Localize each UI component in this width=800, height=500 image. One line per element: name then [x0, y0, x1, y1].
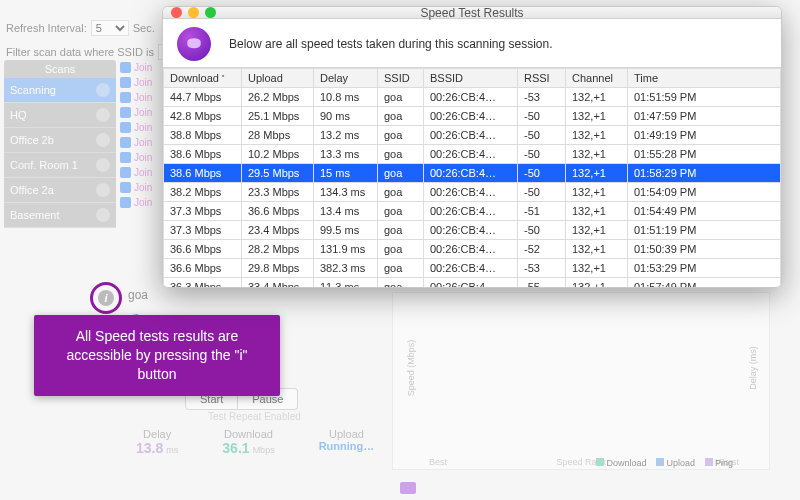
table-row[interactable]: 42.8 Mbps25.1 Mbps90 msgoa00:26:CB:4…-50… [164, 107, 781, 126]
window-title: Speed Test Results [163, 6, 781, 20]
cell-rssi: -51 [518, 202, 566, 221]
refresh-select[interactable]: 5 [91, 20, 129, 36]
cell-ssid: goa [378, 202, 424, 221]
table-row[interactable]: 37.3 Mbps36.6 Mbps13.4 msgoa00:26:CB:4…-… [164, 202, 781, 221]
remove-scan-icon[interactable] [96, 208, 110, 222]
join-link[interactable]: Join [134, 197, 152, 208]
cell-time: 01:58:29 PM [628, 164, 781, 183]
test-repeat-label: Test Repeat Enabled [208, 411, 301, 422]
col-header[interactable]: RSSI [518, 69, 566, 88]
cell-delay: 10.8 ms [314, 88, 378, 107]
join-link[interactable]: Join [134, 62, 152, 73]
col-header[interactable]: BSSID [424, 69, 518, 88]
remove-scan-icon[interactable] [96, 133, 110, 147]
cell-rssi: -50 [518, 221, 566, 240]
cell-channel: 132,+1 [566, 183, 628, 202]
cell-download: 38.6 Mbps [164, 145, 242, 164]
join-link[interactable]: Join [134, 77, 152, 88]
checkbox-icon[interactable] [120, 62, 131, 73]
table-row[interactable]: 38.6 Mbps29.5 Mbps15 msgoa00:26:CB:4…-50… [164, 164, 781, 183]
cell-time: 01:55:28 PM [628, 145, 781, 164]
cell-upload: 28.2 Mbps [242, 240, 314, 259]
table-row[interactable]: 36.3 Mbps33.4 Mbps11.3 msgoa00:26:CB:4…-… [164, 278, 781, 289]
scan-item[interactable]: Office 2a [4, 178, 116, 203]
titlebar[interactable]: Speed Test Results [163, 7, 781, 19]
table-row[interactable]: 44.7 Mbps26.2 Mbps10.8 msgoa00:26:CB:4…-… [164, 88, 781, 107]
cell-download: 38.8 Mbps [164, 126, 242, 145]
scan-item[interactable]: Basement [4, 203, 116, 228]
join-link[interactable]: Join [134, 92, 152, 103]
cell-channel: 132,+1 [566, 240, 628, 259]
remove-scan-icon[interactable] [96, 183, 110, 197]
checkbox-icon[interactable] [120, 107, 131, 118]
metrics: Delay13.8 ms Download36.1 Mbps UploadRun… [136, 428, 374, 456]
cell-rssi: -50 [518, 183, 566, 202]
remove-scan-icon[interactable] [96, 108, 110, 122]
col-header[interactable]: Delay [314, 69, 378, 88]
cell-bssid: 00:26:CB:4… [424, 88, 518, 107]
col-header[interactable]: SSID [378, 69, 424, 88]
scan-item[interactable]: Scanning [4, 78, 116, 103]
scan-item[interactable]: HQ [4, 103, 116, 128]
cell-ssid: goa [378, 164, 424, 183]
scan-list: Scans ScanningHQOffice 2bConf. Room 1Off… [4, 60, 116, 228]
cell-upload: 10.2 Mbps [242, 145, 314, 164]
join-link[interactable]: Join [134, 122, 152, 133]
table-row[interactable]: 38.8 Mbps28 Mbps13.2 msgoa00:26:CB:4…-50… [164, 126, 781, 145]
speed-chart: Speed (Mbps) Delay (ms) Best Speed Rank … [392, 292, 770, 470]
col-header[interactable]: Upload [242, 69, 314, 88]
cell-upload: 33.4 Mbps [242, 278, 314, 289]
col-header[interactable]: Time [628, 69, 781, 88]
cell-ssid: goa [378, 88, 424, 107]
scan-item[interactable]: Conf. Room 1 [4, 153, 116, 178]
checkbox-icon[interactable] [120, 77, 131, 88]
scan-item[interactable]: Office 2b [4, 128, 116, 153]
join-link[interactable]: Join [134, 107, 152, 118]
join-link[interactable]: Join [134, 182, 152, 193]
speed-test-results-window: Speed Test Results Below are all speed t… [162, 6, 782, 288]
cell-rssi: -50 [518, 145, 566, 164]
cell-upload: 28 Mbps [242, 126, 314, 145]
x-best: Best [429, 457, 447, 467]
app-logo-icon [400, 482, 416, 494]
y-axis-right: Delay (ms) [748, 347, 758, 391]
table-row[interactable]: 38.6 Mbps10.2 Mbps13.3 msgoa00:26:CB:4…-… [164, 145, 781, 164]
table-row[interactable]: 36.6 Mbps29.8 Mbps382.3 msgoa00:26:CB:4…… [164, 259, 781, 278]
join-link[interactable]: Join [134, 167, 152, 178]
join-link[interactable]: Join [134, 137, 152, 148]
checkbox-icon[interactable] [120, 167, 131, 178]
join-link[interactable]: Join [134, 152, 152, 163]
table-row[interactable]: 37.3 Mbps23.4 Mbps99.5 msgoa00:26:CB:4…-… [164, 221, 781, 240]
checkbox-icon[interactable] [120, 92, 131, 103]
info-icon[interactable]: i [98, 290, 114, 306]
col-header[interactable]: Download ˅ [164, 69, 242, 88]
cell-delay: 382.3 ms [314, 259, 378, 278]
scans-header: Scans [4, 60, 116, 78]
checkbox-icon[interactable] [120, 197, 131, 208]
remove-scan-icon[interactable] [96, 158, 110, 172]
cell-ssid: goa [378, 126, 424, 145]
table-row[interactable]: 36.6 Mbps28.2 Mbps131.9 msgoa00:26:CB:4…… [164, 240, 781, 259]
cell-ssid: goa [378, 240, 424, 259]
cell-upload: 29.5 Mbps [242, 164, 314, 183]
checkbox-icon[interactable] [120, 122, 131, 133]
checkbox-icon[interactable] [120, 182, 131, 193]
cell-ssid: goa [378, 259, 424, 278]
cell-bssid: 00:26:CB:4… [424, 126, 518, 145]
checkbox-icon[interactable] [120, 152, 131, 163]
table-row[interactable]: 38.2 Mbps23.3 Mbps134.3 msgoa00:26:CB:4…… [164, 183, 781, 202]
cell-time: 01:51:19 PM [628, 221, 781, 240]
checkbox-icon[interactable] [120, 137, 131, 148]
cell-ssid: goa [378, 278, 424, 289]
cell-download: 44.7 Mbps [164, 88, 242, 107]
filter-label: Filter scan data where SSID is [6, 46, 154, 58]
app-icon [177, 27, 211, 61]
cell-download: 38.6 Mbps [164, 164, 242, 183]
cell-download: 36.3 Mbps [164, 278, 242, 289]
cell-channel: 132,+1 [566, 259, 628, 278]
cell-bssid: 00:26:CB:4… [424, 259, 518, 278]
col-header[interactable]: Channel [566, 69, 628, 88]
remove-scan-icon[interactable] [96, 83, 110, 97]
cell-time: 01:57:49 PM [628, 278, 781, 289]
cell-upload: 25.1 Mbps [242, 107, 314, 126]
